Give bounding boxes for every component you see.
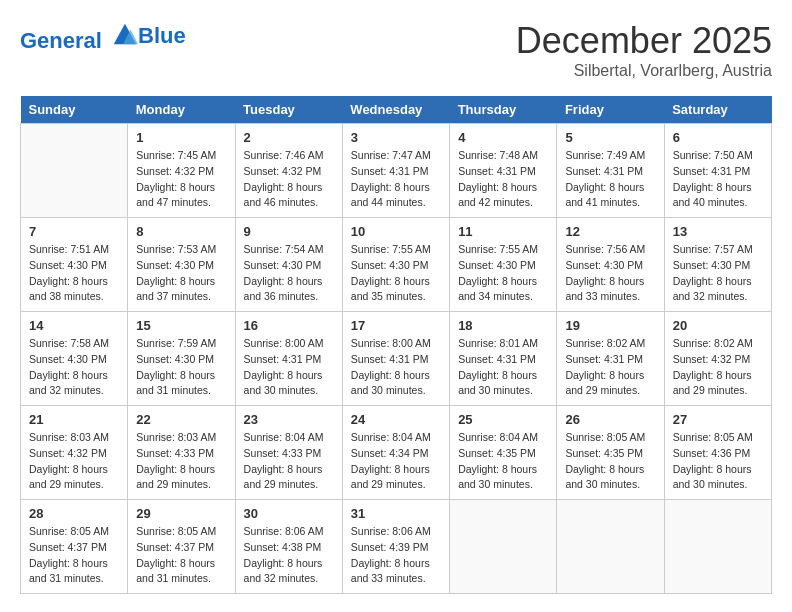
dow-cell: Wednesday — [342, 96, 449, 124]
day-detail: Sunrise: 7:55 AMSunset: 4:30 PMDaylight:… — [351, 242, 441, 305]
day-number: 22 — [136, 412, 226, 427]
day-number: 6 — [673, 130, 763, 145]
day-number: 7 — [29, 224, 119, 239]
day-number: 16 — [244, 318, 334, 333]
day-number: 19 — [565, 318, 655, 333]
calendar-cell: 13Sunrise: 7:57 AMSunset: 4:30 PMDayligh… — [664, 218, 771, 312]
day-detail: Sunrise: 7:59 AMSunset: 4:30 PMDaylight:… — [136, 336, 226, 399]
day-detail: Sunrise: 7:54 AMSunset: 4:30 PMDaylight:… — [244, 242, 334, 305]
calendar-week-row: 21Sunrise: 8:03 AMSunset: 4:32 PMDayligh… — [21, 406, 772, 500]
calendar-week-row: 28Sunrise: 8:05 AMSunset: 4:37 PMDayligh… — [21, 500, 772, 594]
dow-cell: Thursday — [450, 96, 557, 124]
calendar-cell: 3Sunrise: 7:47 AMSunset: 4:31 PMDaylight… — [342, 124, 449, 218]
day-number: 25 — [458, 412, 548, 427]
day-detail: Sunrise: 7:47 AMSunset: 4:31 PMDaylight:… — [351, 148, 441, 211]
calendar-cell: 24Sunrise: 8:04 AMSunset: 4:34 PMDayligh… — [342, 406, 449, 500]
calendar-week-row: 1Sunrise: 7:45 AMSunset: 4:32 PMDaylight… — [21, 124, 772, 218]
dow-cell: Friday — [557, 96, 664, 124]
calendar-cell: 23Sunrise: 8:04 AMSunset: 4:33 PMDayligh… — [235, 406, 342, 500]
day-number: 4 — [458, 130, 548, 145]
day-of-week-header: SundayMondayTuesdayWednesdayThursdayFrid… — [21, 96, 772, 124]
day-detail: Sunrise: 8:05 AMSunset: 4:36 PMDaylight:… — [673, 430, 763, 493]
calendar-week-row: 7Sunrise: 7:51 AMSunset: 4:30 PMDaylight… — [21, 218, 772, 312]
day-detail: Sunrise: 7:56 AMSunset: 4:30 PMDaylight:… — [565, 242, 655, 305]
calendar-cell: 14Sunrise: 7:58 AMSunset: 4:30 PMDayligh… — [21, 312, 128, 406]
calendar-cell: 27Sunrise: 8:05 AMSunset: 4:36 PMDayligh… — [664, 406, 771, 500]
day-number: 29 — [136, 506, 226, 521]
day-number: 5 — [565, 130, 655, 145]
day-detail: Sunrise: 8:03 AMSunset: 4:32 PMDaylight:… — [29, 430, 119, 493]
calendar-cell: 22Sunrise: 8:03 AMSunset: 4:33 PMDayligh… — [128, 406, 235, 500]
calendar-cell: 7Sunrise: 7:51 AMSunset: 4:30 PMDaylight… — [21, 218, 128, 312]
day-detail: Sunrise: 7:57 AMSunset: 4:30 PMDaylight:… — [673, 242, 763, 305]
day-detail: Sunrise: 8:03 AMSunset: 4:33 PMDaylight:… — [136, 430, 226, 493]
calendar-cell: 5Sunrise: 7:49 AMSunset: 4:31 PMDaylight… — [557, 124, 664, 218]
logo-icon — [110, 20, 138, 48]
day-number: 8 — [136, 224, 226, 239]
day-detail: Sunrise: 8:04 AMSunset: 4:34 PMDaylight:… — [351, 430, 441, 493]
day-detail: Sunrise: 7:46 AMSunset: 4:32 PMDaylight:… — [244, 148, 334, 211]
calendar-cell: 8Sunrise: 7:53 AMSunset: 4:30 PMDaylight… — [128, 218, 235, 312]
dow-cell: Tuesday — [235, 96, 342, 124]
calendar-cell: 29Sunrise: 8:05 AMSunset: 4:37 PMDayligh… — [128, 500, 235, 594]
logo: General Blue — [20, 20, 186, 53]
day-number: 23 — [244, 412, 334, 427]
day-number: 9 — [244, 224, 334, 239]
page-header: General Blue December 2025 Silbertal, Vo… — [20, 20, 772, 80]
title-block: December 2025 Silbertal, Vorarlberg, Aus… — [516, 20, 772, 80]
day-detail: Sunrise: 8:01 AMSunset: 4:31 PMDaylight:… — [458, 336, 548, 399]
day-number: 20 — [673, 318, 763, 333]
day-detail: Sunrise: 8:02 AMSunset: 4:32 PMDaylight:… — [673, 336, 763, 399]
day-detail: Sunrise: 8:05 AMSunset: 4:37 PMDaylight:… — [29, 524, 119, 587]
day-detail: Sunrise: 7:45 AMSunset: 4:32 PMDaylight:… — [136, 148, 226, 211]
calendar-cell: 30Sunrise: 8:06 AMSunset: 4:38 PMDayligh… — [235, 500, 342, 594]
day-number: 27 — [673, 412, 763, 427]
day-number: 21 — [29, 412, 119, 427]
calendar-cell: 6Sunrise: 7:50 AMSunset: 4:31 PMDaylight… — [664, 124, 771, 218]
calendar-cell: 10Sunrise: 7:55 AMSunset: 4:30 PMDayligh… — [342, 218, 449, 312]
day-detail: Sunrise: 8:05 AMSunset: 4:35 PMDaylight:… — [565, 430, 655, 493]
day-number: 13 — [673, 224, 763, 239]
day-detail: Sunrise: 7:55 AMSunset: 4:30 PMDaylight:… — [458, 242, 548, 305]
day-number: 28 — [29, 506, 119, 521]
logo-text-blue: Blue — [138, 24, 186, 48]
day-detail: Sunrise: 8:00 AMSunset: 4:31 PMDaylight:… — [244, 336, 334, 399]
day-detail: Sunrise: 8:04 AMSunset: 4:33 PMDaylight:… — [244, 430, 334, 493]
calendar-cell: 16Sunrise: 8:00 AMSunset: 4:31 PMDayligh… — [235, 312, 342, 406]
calendar-cell: 18Sunrise: 8:01 AMSunset: 4:31 PMDayligh… — [450, 312, 557, 406]
calendar-cell: 19Sunrise: 8:02 AMSunset: 4:31 PMDayligh… — [557, 312, 664, 406]
calendar-cell: 21Sunrise: 8:03 AMSunset: 4:32 PMDayligh… — [21, 406, 128, 500]
dow-cell: Saturday — [664, 96, 771, 124]
calendar-cell: 17Sunrise: 8:00 AMSunset: 4:31 PMDayligh… — [342, 312, 449, 406]
day-number: 12 — [565, 224, 655, 239]
day-detail: Sunrise: 8:00 AMSunset: 4:31 PMDaylight:… — [351, 336, 441, 399]
calendar-cell: 11Sunrise: 7:55 AMSunset: 4:30 PMDayligh… — [450, 218, 557, 312]
day-number: 17 — [351, 318, 441, 333]
dow-cell: Sunday — [21, 96, 128, 124]
day-number: 18 — [458, 318, 548, 333]
calendar-cell: 28Sunrise: 8:05 AMSunset: 4:37 PMDayligh… — [21, 500, 128, 594]
calendar-cell: 25Sunrise: 8:04 AMSunset: 4:35 PMDayligh… — [450, 406, 557, 500]
calendar-cell: 9Sunrise: 7:54 AMSunset: 4:30 PMDaylight… — [235, 218, 342, 312]
calendar-cell: 20Sunrise: 8:02 AMSunset: 4:32 PMDayligh… — [664, 312, 771, 406]
month-title: December 2025 — [516, 20, 772, 62]
day-detail: Sunrise: 7:48 AMSunset: 4:31 PMDaylight:… — [458, 148, 548, 211]
calendar-cell: 12Sunrise: 7:56 AMSunset: 4:30 PMDayligh… — [557, 218, 664, 312]
day-detail: Sunrise: 8:04 AMSunset: 4:35 PMDaylight:… — [458, 430, 548, 493]
day-number: 3 — [351, 130, 441, 145]
calendar-cell: 31Sunrise: 8:06 AMSunset: 4:39 PMDayligh… — [342, 500, 449, 594]
calendar-week-row: 14Sunrise: 7:58 AMSunset: 4:30 PMDayligh… — [21, 312, 772, 406]
day-number: 14 — [29, 318, 119, 333]
day-number: 24 — [351, 412, 441, 427]
calendar-cell: 2Sunrise: 7:46 AMSunset: 4:32 PMDaylight… — [235, 124, 342, 218]
calendar-cell — [557, 500, 664, 594]
calendar-cell — [664, 500, 771, 594]
day-detail: Sunrise: 8:05 AMSunset: 4:37 PMDaylight:… — [136, 524, 226, 587]
day-detail: Sunrise: 7:51 AMSunset: 4:30 PMDaylight:… — [29, 242, 119, 305]
day-detail: Sunrise: 7:58 AMSunset: 4:30 PMDaylight:… — [29, 336, 119, 399]
day-number: 1 — [136, 130, 226, 145]
day-detail: Sunrise: 8:06 AMSunset: 4:39 PMDaylight:… — [351, 524, 441, 587]
day-number: 31 — [351, 506, 441, 521]
day-detail: Sunrise: 7:49 AMSunset: 4:31 PMDaylight:… — [565, 148, 655, 211]
day-detail: Sunrise: 8:06 AMSunset: 4:38 PMDaylight:… — [244, 524, 334, 587]
